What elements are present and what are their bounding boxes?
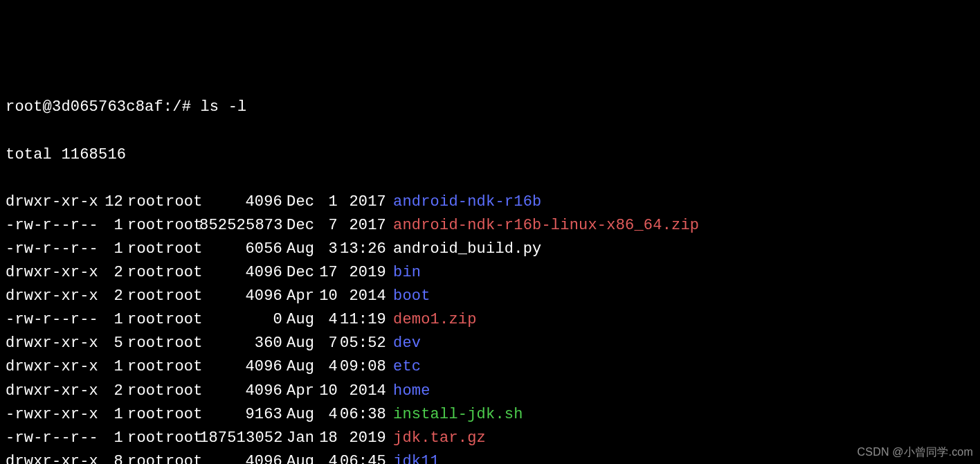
file-links: 1 [92,308,123,332]
file-name: dev [386,332,421,355]
file-name: install-jdk.sh [386,403,523,427]
file-owner: root [123,261,161,285]
file-owner: root [123,238,161,261]
file-links: 1 [92,403,123,427]
file-month: Jan [282,427,314,450]
file-year-or-time: 11:19 [338,308,386,332]
file-owner: root [123,332,161,355]
file-owner: root [123,285,161,308]
file-group: root [161,380,199,403]
file-month: Dec [282,261,314,285]
file-month: Apr [282,380,314,403]
file-month: Dec [282,214,314,238]
file-group: root [161,332,199,355]
file-owner: root [123,427,161,450]
file-links: 8 [92,450,123,464]
file-permissions: -rw-r--r-- [6,238,92,261]
total-line: total 1168516 [6,143,974,167]
file-day: 7 [314,214,338,238]
file-size: 4096 [199,450,282,464]
shell-prompt: root@3d065763c8af:/# [6,98,200,116]
file-owner: root [123,308,161,332]
file-month: Aug [282,450,314,464]
file-group: root [161,427,199,450]
file-name: android-ndk-r16b [386,190,541,214]
file-day: 4 [314,450,338,464]
file-group: root [161,214,199,238]
file-row: drwxr-xr-x5rootroot360Aug705:52dev [6,332,974,355]
file-year-or-time: 2019 [338,427,386,450]
file-group: root [161,285,199,308]
file-size: 852525873 [199,214,282,238]
file-links: 5 [92,332,123,355]
file-permissions: drwxr-xr-x [6,261,92,285]
file-name: demo1.zip [386,308,477,332]
file-owner: root [123,355,161,379]
file-day: 17 [314,261,338,285]
file-day: 7 [314,332,338,355]
file-month: Aug [282,332,314,355]
file-row: -rw-r--r--1rootroot6056Aug313:26android_… [6,238,974,261]
file-links: 2 [92,380,123,403]
file-permissions: drwxr-xr-x [6,450,92,464]
file-permissions: -rwxr-xr-x [6,403,92,427]
shell-command: ls -l [200,98,246,116]
file-permissions: drwxr-xr-x [6,285,92,308]
file-group: root [161,450,199,464]
file-row: -rw-r--r--1rootroot187513052Jan182019jdk… [6,427,974,450]
file-day: 10 [314,285,338,308]
file-size: 6056 [199,238,282,261]
terminal-prompt-line[interactable]: root@3d065763c8af:/# ls -l [6,96,974,119]
file-group: root [161,190,199,214]
file-owner: root [123,380,161,403]
file-group: root [161,308,199,332]
file-day: 4 [314,308,338,332]
file-month: Dec [282,190,314,214]
file-day: 4 [314,355,338,379]
file-group: root [161,238,199,261]
file-size: 4096 [199,355,282,379]
file-name: home [386,380,430,403]
file-name: bin [386,261,421,285]
file-permissions: -rw-r--r-- [6,308,92,332]
file-row: drwxr-xr-x8rootroot4096Aug406:45jdk11 [6,450,974,464]
file-name: boot [386,285,430,308]
file-owner: root [123,214,161,238]
file-row: -rw-r--r--1rootroot0Aug411:19demo1.zip [6,308,974,332]
file-row: -rw-r--r--1rootroot852525873Dec72017andr… [6,214,974,238]
file-year-or-time: 06:45 [338,450,386,464]
file-row: -rwxr-xr-x1rootroot9163Aug406:38install-… [6,403,974,427]
file-row: drwxr-xr-x2rootroot4096Apr102014home [6,380,974,403]
file-size: 4096 [199,380,282,403]
file-owner: root [123,403,161,427]
file-month: Apr [282,285,314,308]
watermark-text: CSDN @小曾同学.com [858,444,974,461]
file-month: Aug [282,403,314,427]
file-month: Aug [282,238,314,261]
file-year-or-time: 2017 [338,214,386,238]
file-listing: drwxr-xr-x12rootroot4096Dec12017android-… [6,190,974,464]
file-year-or-time: 2014 [338,285,386,308]
file-permissions: drwxr-xr-x [6,380,92,403]
file-group: root [161,261,199,285]
file-day: 10 [314,380,338,403]
file-name: etc [386,355,421,379]
file-year-or-time: 2014 [338,380,386,403]
file-permissions: drwxr-xr-x [6,332,92,355]
file-group: root [161,403,199,427]
file-size: 4096 [199,285,282,308]
file-name: jdk11 [386,450,439,464]
file-permissions: -rw-r--r-- [6,427,92,450]
file-links: 1 [92,238,123,261]
file-row: drwxr-xr-x1rootroot4096Aug409:08etc [6,355,974,379]
file-size: 4096 [199,190,282,214]
file-permissions: drwxr-xr-x [6,190,92,214]
file-year-or-time: 2017 [338,190,386,214]
file-links: 12 [92,190,123,214]
file-year-or-time: 09:08 [338,355,386,379]
file-links: 2 [92,261,123,285]
file-year-or-time: 2019 [338,261,386,285]
file-month: Aug [282,355,314,379]
file-permissions: -rw-r--r-- [6,214,92,238]
file-day: 18 [314,427,338,450]
